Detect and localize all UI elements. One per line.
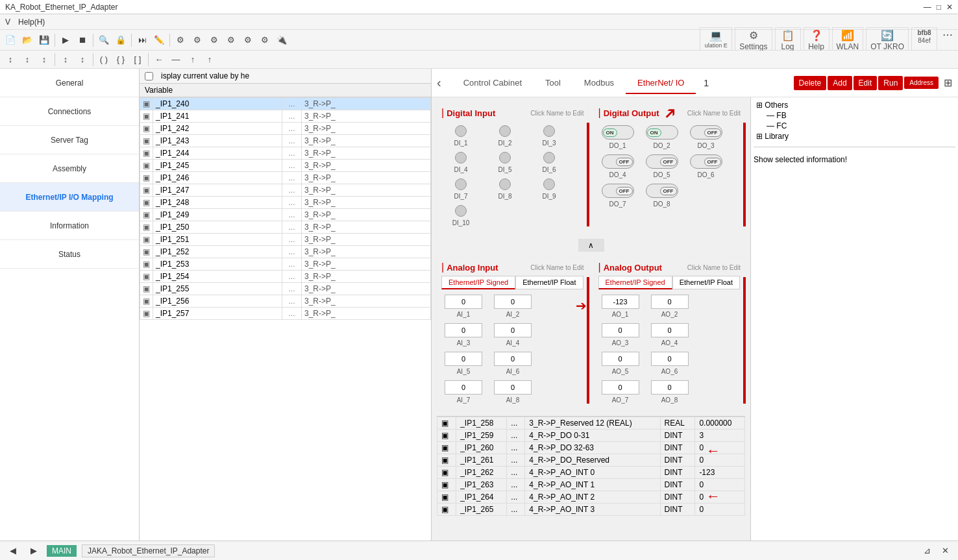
window-close[interactable]: ✕ [946,3,953,12]
row-dots[interactable]: ... [282,271,302,283]
table-row[interactable]: ▣ _IP1_246 ... 3_R->P_ [140,172,431,184]
ao-7-input[interactable] [602,380,639,395]
bottom-table-row[interactable]: ▣ _IP1_264 ... 4_R->P_AO_INT 2 DINT 0 [437,491,745,504]
ai-2-label[interactable]: AI_2 [506,311,520,318]
icon-log[interactable]: 📋 Log [775,27,801,53]
bottom-table-row[interactable]: ▣ _IP1_260 ... 4_R->P_DO 32-63 DINT 0 [437,442,745,454]
toolbar-save[interactable]: 💾 [36,32,52,48]
do-8-toggle[interactable]: OFF [646,184,678,198]
address-button[interactable]: Address [904,77,939,89]
add-button[interactable]: Add [828,76,852,90]
row-dots[interactable]: ... [282,197,302,209]
ao-tab-float[interactable]: Ethernet/IP Float [672,276,740,289]
sidebar-item-connections[interactable]: Connections [0,97,139,126]
ao-6-label[interactable]: AO_6 [661,368,678,375]
ai-6-input[interactable] [494,352,532,366]
variable-table-scroll[interactable]: ▣ _IP1_240 ... 3_R->P_ ▣ _IP1_241 ... 3_… [140,97,431,541]
t2-b4[interactable]: ↕ [58,52,73,67]
table-row[interactable]: ▣ _IP1_242 ... 3_R->P_ [140,123,431,135]
tab-modbus[interactable]: Modbus [572,73,626,94]
t2-arrow4[interactable]: ↑ [202,52,217,67]
row-dots[interactable]: ... [282,246,302,258]
toolbar-lock[interactable]: 🔒 [113,32,129,48]
t2-b1[interactable]: ↕ [3,52,18,67]
di-2-label[interactable]: DI_2 [498,140,511,147]
t2-arrow3[interactable]: ↑ [185,52,201,67]
toolbar-stop[interactable]: ⏹ [75,32,90,48]
bottom-table-row[interactable]: ▣ _IP1_258 ... 3_R->P_Reserved 12 (REAL)… [437,417,745,430]
table-row[interactable]: ▣ _IP1_248 ... 3_R->P_ [140,197,431,209]
table-row[interactable]: ▣ _IP1_257 ... 3_R->P_ [140,308,431,320]
ao-8-label[interactable]: AO_8 [661,396,678,404]
ao-8-input[interactable] [651,380,689,395]
ai-3-label[interactable]: AI_3 [457,339,471,347]
table-row[interactable]: ▣ _IP1_244 ... 3_R->P_ [140,147,431,160]
do-4-label[interactable]: DO_4 [609,171,626,178]
do-4-toggle[interactable]: OFF [602,154,634,169]
do-2-label[interactable]: DO_2 [653,142,670,149]
row-dots[interactable]: ... [282,258,302,271]
di-5-label[interactable]: DI_5 [498,166,511,173]
t2-b2[interactable]: ↕ [19,52,35,67]
t2-arrow1[interactable]: ← [151,52,167,67]
sidebar-item-general[interactable]: General [0,69,139,97]
row-dots[interactable]: ... [282,283,302,295]
show-current-value-checkbox[interactable] [145,72,153,80]
bt-dots[interactable]: ... [507,467,525,479]
bottom-table-row[interactable]: ▣ _IP1_261 ... 4_R->P_DO_Reserved DINT 0 [437,454,745,467]
di-1-label[interactable]: DI_1 [454,140,467,147]
do-6-label[interactable]: DO_6 [697,171,714,178]
table-row[interactable]: ▣ _IP1_245 ... 3_R->P_ [140,160,431,172]
sidebar-item-status[interactable]: Status [0,240,139,269]
do-2-toggle[interactable]: ON [646,125,678,140]
ao-5-label[interactable]: AO_5 [612,368,629,375]
toolbar-b7[interactable]: 🔌 [274,32,289,48]
toolbar-b1[interactable]: ⚙ [173,32,188,48]
ai-8-input[interactable] [494,380,532,395]
table-row[interactable]: ▣ _IP1_256 ... 3_R->P_ [140,295,431,308]
di-8-label[interactable]: DI_8 [498,193,511,200]
di-9-label[interactable]: DI_9 [542,193,556,200]
ai-4-input[interactable] [494,323,532,337]
toolbar-b6[interactable]: ⚙ [257,32,273,48]
do-1-toggle[interactable]: ON [602,125,634,140]
bt-dots[interactable]: ... [507,454,525,467]
row-dots[interactable]: ... [282,147,302,160]
delete-button[interactable]: Delete [794,76,827,90]
toolbar-b4[interactable]: ⚙ [223,32,239,48]
tree-item-fc[interactable]: — FC [754,121,955,131]
ao-1-label[interactable]: AO_1 [612,311,629,318]
toolbar-new[interactable]: 📄 [3,32,18,48]
grid-view-button[interactable]: ⊞ [940,75,955,91]
ao-7-label[interactable]: AO_7 [612,396,629,404]
ai-7-label[interactable]: AI_7 [457,396,471,404]
ai-1-input[interactable] [445,295,482,309]
do-7-label[interactable]: DO_7 [609,201,626,208]
ao-2-input[interactable] [651,295,689,309]
do-5-toggle[interactable]: OFF [646,154,678,169]
icon-help[interactable]: ❓ Help [804,27,829,53]
ao-2-label[interactable]: AO_2 [661,311,678,318]
ai-6-label[interactable]: AI_6 [506,368,520,375]
table-row[interactable]: ▣ _IP1_253 ... 3_R->P_ [140,258,431,271]
tab-ethernet-io[interactable]: EtherNet/ IO [626,73,696,94]
table-row[interactable]: ▣ _IP1_241 ... 3_R->P_ [140,110,431,123]
status-close[interactable]: ✕ [937,543,953,559]
ai-tab-float[interactable]: Ethernet/IP Float [515,276,583,289]
edit-button[interactable]: Edit [854,76,878,90]
toolbar-open[interactable]: 📂 [19,32,35,48]
toolbar-run[interactable]: ▶ [58,32,73,48]
table-row[interactable]: ▣ _IP1_254 ... 3_R->P_ [140,271,431,283]
row-dots[interactable]: ... [282,308,302,320]
table-row[interactable]: ▣ _IP1_255 ... 3_R->P_ [140,283,431,295]
ai-tab-signed[interactable]: Ethernet/IP Signed [441,276,515,289]
bottom-table-row[interactable]: ▣ _IP1_263 ... 4_R->P_AO_INT 1 DINT 0 [437,479,745,491]
di-6-label[interactable]: DI_6 [542,166,556,173]
di-7-label[interactable]: DI_7 [454,193,467,200]
ai-3-input[interactable] [445,323,482,337]
table-row[interactable]: ▣ _IP1_249 ... 3_R->P_ [140,209,431,221]
icon-wlan[interactable]: 📶 WLAN [832,27,864,53]
icon-simulation[interactable]: 💻 ulation E [700,27,732,53]
di-3-label[interactable]: DI_3 [542,140,556,147]
tab-tool[interactable]: Tool [534,73,572,94]
